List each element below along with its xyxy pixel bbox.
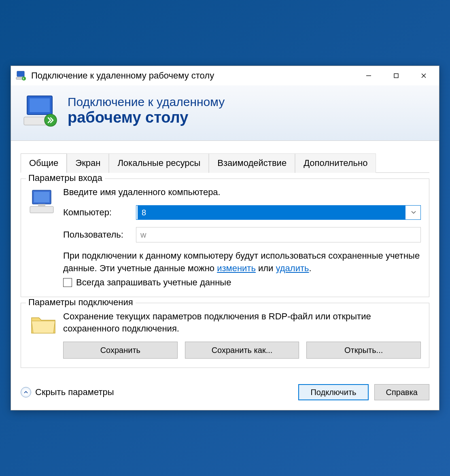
tab-local-resources[interactable]: Локальные ресурсы [109,153,209,173]
close-button[interactable] [410,67,437,84]
tab-strip: Общие Экран Локальные ресурсы Взаимодейс… [21,153,429,173]
rdp-window: Подключение к удаленному рабочему столу [11,66,439,411]
save-as-button[interactable]: Сохранить как... [185,342,299,359]
window-controls [355,67,437,84]
header-text: Подключение к удаленному рабочему столу [68,95,225,126]
header-line-1: Подключение к удаленному [68,95,225,109]
app-icon [16,70,27,81]
svg-rect-13 [30,206,53,213]
credentials-info: При подключении к данному компьютеру буд… [63,250,421,275]
window-title: Подключение к удаленному рабочему столу [31,70,355,81]
tab-display[interactable]: Экран [67,153,109,173]
computer-icon [29,186,63,218]
computer-combobox[interactable]: 8 [136,205,421,220]
connection-group-legend: Параметры подключения [26,297,136,308]
footer: Скрыть параметры Подключить Справка [11,372,439,410]
svg-rect-12 [34,192,49,202]
connection-parameters-group: Параметры подключения Сохранение текущих… [21,303,429,368]
tab-advanced[interactable]: Дополнительно [295,153,376,173]
connect-button[interactable]: Подключить [298,384,368,400]
connection-instruction: Сохранение текущих параметров подключени… [63,310,421,334]
tab-general[interactable]: Общие [21,153,67,173]
svg-rect-4 [394,74,398,78]
tab-experience[interactable]: Взаимодействие [209,153,295,173]
svg-rect-0 [17,71,24,76]
collapse-toggle[interactable] [21,387,31,397]
help-button[interactable]: Справка [374,384,429,400]
save-button[interactable]: Сохранить [63,342,178,359]
always-ask-checkbox[interactable] [63,278,72,287]
collapse-label[interactable]: Скрыть параметры [35,387,293,397]
always-ask-label: Всегда запрашивать учетные данные [76,277,231,288]
header-line-2: рабочему столу [68,109,225,126]
computer-label: Компьютер: [63,207,136,218]
delete-credentials-link[interactable]: удалить [276,263,309,273]
folder-icon [29,310,63,338]
maximize-button[interactable] [382,67,410,84]
chevron-down-icon[interactable] [407,206,420,219]
rdp-header-icon [22,94,61,128]
header-banner: Подключение к удаленному рабочему столу [11,85,439,141]
svg-rect-8 [30,98,50,112]
user-label: Пользователь: [63,230,136,240]
user-field[interactable]: w [136,227,421,242]
login-instruction: Введите имя удаленного компьютера. [63,186,421,198]
minimize-button[interactable] [355,67,382,84]
content-area: Общие Экран Локальные ресурсы Взаимодейс… [11,141,439,372]
svg-point-2 [22,76,26,81]
change-credentials-link[interactable]: изменить [217,263,256,273]
login-parameters-group: Параметры входа Введите имя удаленного к… [21,178,429,297]
computer-value: 8 [138,206,405,219]
titlebar: Подключение к удаленному рабочему столу [11,66,439,85]
login-group-legend: Параметры входа [26,173,105,183]
open-button[interactable]: Открыть... [306,342,421,359]
svg-rect-14 [38,204,45,206]
